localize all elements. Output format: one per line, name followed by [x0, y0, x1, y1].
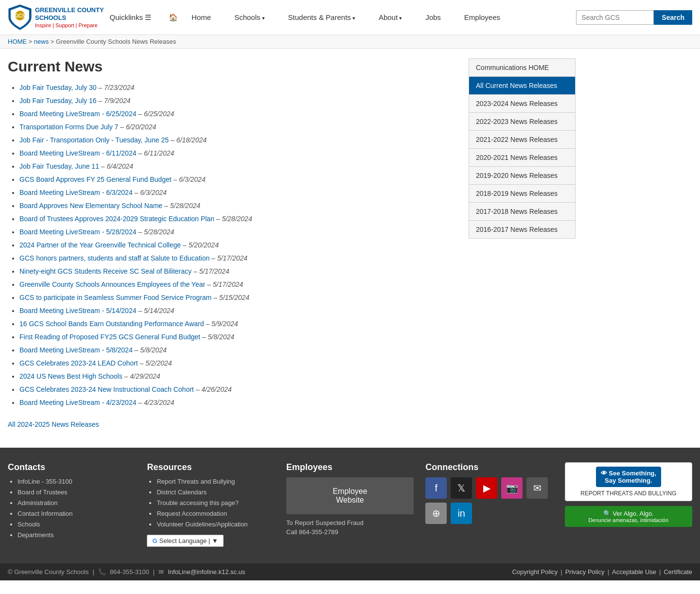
- list-item: Job Fair Tuesday, June 11 – 6/4/2024: [19, 161, 457, 172]
- youtube-icon[interactable]: ▶: [476, 477, 497, 499]
- news-link[interactable]: Job Fair Tuesday, July 30: [19, 84, 96, 91]
- list-item: Request Accommodation: [157, 509, 274, 517]
- logo-tagline: Inspire | Support | Prepare: [35, 22, 104, 28]
- list-item: Board Meeting LiveStream - 6/25/2024 – 6…: [19, 109, 457, 119]
- footer-contact-link[interactable]: Board of Trustees: [18, 489, 68, 496]
- breadcrumb-news[interactable]: news: [34, 38, 49, 45]
- breadcrumb-home[interactable]: HOME: [8, 38, 27, 45]
- news-link[interactable]: 16 GCS School Bands Earn Outstanding Per…: [19, 320, 204, 328]
- main-content: Current News Job Fair Tuesday, July 30 –…: [0, 49, 583, 438]
- news-link[interactable]: Board Meeting LiveStream - 6/3/2024: [19, 189, 133, 196]
- page-title: Current News: [8, 58, 457, 75]
- news-link[interactable]: 2024 US News Best High Schools: [19, 372, 122, 380]
- list-item: GCS Board Approves FY 25 General Fund Bu…: [19, 175, 457, 185]
- footer-resource-link[interactable]: District Calendars: [157, 489, 207, 496]
- footer-phone: 864-355-3100: [110, 568, 149, 576]
- linkedin-icon[interactable]: in: [451, 503, 472, 524]
- nav-schools[interactable]: Schools: [223, 5, 276, 29]
- news-link[interactable]: First Reading of Proposed FY25 GCS Gener…: [19, 333, 200, 341]
- sidebar-item[interactable]: Communications HOME: [469, 58, 576, 76]
- home-icon: 🏠: [163, 9, 184, 26]
- news-link[interactable]: GCS Celebrates 2023-24 New Instructional…: [19, 385, 194, 393]
- nav-about[interactable]: About: [367, 5, 414, 29]
- list-item: District Calendars: [157, 488, 274, 496]
- sidebar-item[interactable]: 2022-2023 News Releases: [469, 112, 576, 130]
- news-link[interactable]: Board Meeting LiveStream - 5/14/2024: [19, 307, 136, 314]
- news-link[interactable]: 2024 Partner of the Year Greenville Tech…: [19, 241, 181, 249]
- nav-jobs[interactable]: Jobs: [414, 5, 453, 29]
- acceptable-use-link[interactable]: Acceptable Use: [612, 568, 656, 576]
- sidebar-item[interactable]: 2018-2019 News Releases: [469, 184, 576, 202]
- sidebar-item[interactable]: 2020-2021 News Releases: [469, 148, 576, 166]
- email-icon[interactable]: ✉: [526, 477, 548, 499]
- google-translate[interactable]: G Select Language | ▼: [147, 535, 223, 547]
- news-link[interactable]: Job Fair - Transportation Only - Tuesday…: [19, 136, 169, 144]
- footer-email-icon: ✉: [158, 568, 164, 576]
- sidebar-item[interactable]: 2019-2020 News Releases: [469, 166, 576, 184]
- news-link[interactable]: GCS Board Approves FY 25 General Fund Bu…: [19, 175, 172, 183]
- translate-label: Select Language | ▼: [159, 537, 218, 544]
- sidebar-item[interactable]: 2023-2024 News Releases: [469, 94, 576, 112]
- ver-algo-title: 🔍 Ver Algo. Algo.: [570, 510, 687, 517]
- news-link[interactable]: Board Meeting LiveStream - 4/23/2024: [19, 399, 136, 406]
- news-link[interactable]: Job Fair Tuesday, July 16: [19, 97, 96, 105]
- nav-employees[interactable]: Employees: [453, 5, 512, 29]
- news-link[interactable]: Board of Trustees Approves 2024-2029 Str…: [19, 215, 214, 223]
- list-item: Greenville County Schools Announces Empl…: [19, 280, 457, 290]
- news-link[interactable]: Board Meeting LiveStream - 5/28/2024: [19, 228, 136, 236]
- news-link[interactable]: GCS Celebrates 2023-24 LEAD Cohort: [19, 359, 138, 367]
- footer-bottom-right: Copyright Policy | Privacy Policy | Acce…: [512, 568, 692, 576]
- list-item: Board Meeting LiveStream - 5/28/2024 – 5…: [19, 227, 457, 237]
- footer-connections-heading: Connections: [425, 462, 553, 472]
- facebook-icon[interactable]: f: [425, 477, 447, 499]
- footer-resource-link[interactable]: Report Threats and Bullying: [157, 478, 235, 485]
- search-input[interactable]: [576, 10, 654, 25]
- footer-connections: Connections f 𝕏 ▶ 📷 ✉ ⊕ in: [425, 462, 553, 547]
- footer-contact-link[interactable]: InfoLine - 355-3100: [18, 478, 72, 485]
- footer-contact-link[interactable]: Contact Information: [18, 510, 72, 517]
- news-link[interactable]: GCS to participate in Seamless Summer Fo…: [19, 294, 211, 301]
- list-item: Board Meeting LiveStream - 5/8/2024 – 5/…: [19, 345, 457, 355]
- copyright-policy-link[interactable]: Copyright Policy: [512, 568, 558, 576]
- logo-shield-icon: GCS: [8, 4, 32, 31]
- sidebar-item[interactable]: 2017-2018 News Releases: [469, 202, 576, 220]
- footer-resource-link[interactable]: Request Accommodation: [157, 510, 227, 517]
- nav-home[interactable]: 🏠 Home: [157, 5, 223, 30]
- employee-website-button[interactable]: EmployeeWebsite: [286, 477, 414, 514]
- footer-contacts-heading: Contacts: [8, 462, 135, 472]
- all-releases-link[interactable]: All 2024-2025 News Releases: [8, 420, 99, 428]
- news-link[interactable]: Job Fair Tuesday, June 11: [19, 162, 99, 170]
- nav-students-parents[interactable]: Students & Parents: [277, 5, 367, 29]
- footer-contact-link[interactable]: Departments: [18, 531, 53, 539]
- list-item: Contact Information: [18, 509, 135, 517]
- footer-contact-link[interactable]: Schools: [18, 521, 40, 528]
- instagram-icon[interactable]: 📷: [501, 477, 523, 499]
- see-say-title: 👁 See Something,Say Something.: [601, 470, 656, 484]
- news-list: Job Fair Tuesday, July 30 – 7/23/2024Job…: [8, 83, 457, 408]
- list-item: Report Threats and Bullying: [157, 477, 274, 485]
- news-link[interactable]: Ninety-eight GCS Students Receive SC Sea…: [19, 267, 192, 275]
- twitter-icon[interactable]: 𝕏: [451, 477, 472, 499]
- certificate-link[interactable]: Certificate: [664, 568, 692, 576]
- news-link[interactable]: Board Meeting LiveStream - 6/25/2024: [19, 110, 136, 118]
- quicklinks-menu[interactable]: Quicklinks ☰: [104, 9, 158, 26]
- list-item: GCS Celebrates 2023-24 New Instructional…: [19, 384, 457, 395]
- news-link[interactable]: Board Meeting LiveStream - 6/11/2024: [19, 149, 136, 157]
- privacy-policy-link[interactable]: Privacy Policy: [565, 568, 605, 576]
- footer-contact-link[interactable]: Administration: [18, 499, 57, 507]
- news-link[interactable]: GCS honors partners, students and staff …: [19, 254, 210, 262]
- sidebar-item[interactable]: 2016-2017 News Releases: [469, 220, 576, 239]
- sidebar-item[interactable]: All Current News Releases: [469, 76, 576, 94]
- see-say-subtext: REPORT THREATS AND BULLYING: [569, 490, 688, 497]
- news-link[interactable]: Board Meeting LiveStream - 5/8/2024: [19, 346, 133, 354]
- news-link[interactable]: Transportation Forms Due July 7: [19, 123, 118, 131]
- rss-icon[interactable]: ⊕: [425, 503, 447, 524]
- footer-email-link[interactable]: InfoLine@infoline.k12.sc.us: [168, 568, 245, 576]
- footer-resource-link[interactable]: Volunteer Guidelines/Application: [157, 521, 247, 528]
- news-link[interactable]: Greenville County Schools Announces Empl…: [19, 280, 205, 288]
- sidebar-item[interactable]: 2021-2022 News Releases: [469, 130, 576, 148]
- footer-resource-link[interactable]: Trouble accessing this page?: [157, 499, 239, 507]
- search-button[interactable]: Search: [654, 10, 692, 25]
- news-link[interactable]: Board Approves New Elementary School Nam…: [19, 202, 162, 210]
- list-item: Transportation Forms Due July 7 – 6/20/2…: [19, 122, 457, 132]
